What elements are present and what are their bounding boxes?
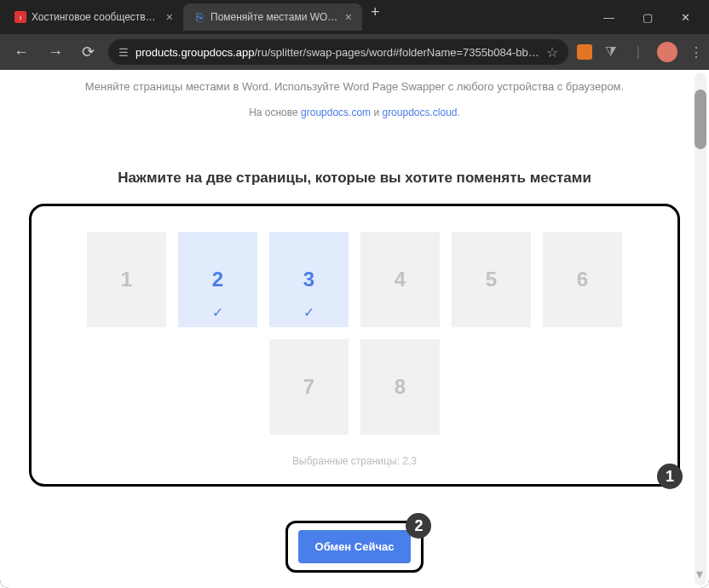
- page-thumb-5[interactable]: 5: [452, 232, 531, 327]
- address-bar[interactable]: ☰ products.groupdocs.app/ru/splitter/swa…: [108, 39, 568, 65]
- minimize-button[interactable]: —: [590, 4, 628, 30]
- page-number: 3: [303, 268, 314, 291]
- forward-button[interactable]: →: [43, 40, 68, 65]
- page-thumb-4[interactable]: 4: [360, 232, 440, 327]
- back-button[interactable]: ←: [9, 40, 34, 65]
- favicon-icon: ›: [14, 11, 26, 23]
- metamask-icon[interactable]: [577, 44, 592, 60]
- extensions-icon[interactable]: ⧩: [602, 43, 620, 61]
- tab-title: Поменяйте местами WORD стр: [210, 11, 340, 23]
- check-icon: ✓: [303, 304, 314, 320]
- url-text: products.groupdocs.app/ru/splitter/swap-…: [135, 46, 539, 59]
- powered-by: На основе groupdocs.com и groupdocs.clou…: [12, 98, 697, 144]
- description-fragment: Меняйте страницы местами в Word. Использ…: [12, 78, 697, 98]
- new-tab-button[interactable]: +: [362, 3, 389, 31]
- page-number: 4: [395, 268, 406, 291]
- page-thumb-3[interactable]: 3✓: [269, 232, 349, 327]
- close-window-button[interactable]: ✕: [666, 4, 705, 30]
- tab-timeweb[interactable]: › Хостинговое сообщество «Tim ×: [4, 3, 183, 31]
- page-thumb-7[interactable]: 7: [269, 339, 349, 435]
- selected-pages-info: Выбранные страницы: 2,3: [49, 455, 660, 467]
- page-number: 6: [577, 268, 588, 291]
- page-thumb-2[interactable]: 2✓: [178, 232, 257, 327]
- page-heading: Нажмите на две страницы, которые вы хоти…: [29, 170, 680, 187]
- check-icon: ✓: [212, 304, 223, 320]
- link-groupdocs-cloud[interactable]: groupdocs.cloud: [382, 107, 457, 118]
- page-thumb-6[interactable]: 6: [543, 232, 622, 327]
- page-thumb-8[interactable]: 8: [360, 339, 440, 435]
- page-number: 7: [303, 375, 314, 399]
- favicon-icon: ⎘: [193, 11, 205, 23]
- annotation-badge-1: 1: [657, 464, 683, 489]
- scrollbar[interactable]: ▾: [695, 72, 706, 585]
- close-icon[interactable]: ×: [166, 10, 173, 24]
- swap-now-button[interactable]: Обмен Сейчас: [298, 530, 412, 563]
- page-number: 1: [121, 268, 132, 291]
- annotation-badge-2: 2: [406, 513, 431, 539]
- site-info-icon[interactable]: ☰: [118, 46, 129, 59]
- scroll-down-icon[interactable]: ▾: [696, 566, 703, 582]
- close-icon[interactable]: ×: [345, 10, 352, 24]
- scrollbar-thumb[interactable]: [695, 89, 706, 149]
- tab-title: Хостинговое сообщество «Tim: [32, 11, 161, 23]
- page-thumb-1[interactable]: 1: [87, 232, 166, 327]
- tab-groupdocs[interactable]: ⎘ Поменяйте местами WORD стр ×: [183, 3, 362, 31]
- page-number: 2: [212, 268, 223, 291]
- profile-avatar[interactable]: [657, 42, 677, 62]
- menu-icon[interactable]: ⋮: [688, 43, 705, 61]
- browser-tabs: › Хостинговое сообщество «Tim × ⎘ Поменя…: [4, 3, 590, 31]
- reload-button[interactable]: ⟳: [77, 39, 100, 65]
- page-number: 8: [395, 375, 406, 399]
- page-number: 5: [486, 268, 497, 291]
- link-groupdocs-com[interactable]: groupdocs.com: [301, 107, 371, 118]
- bookmark-icon[interactable]: ☆: [546, 44, 558, 61]
- divider: |: [630, 43, 647, 61]
- maximize-button[interactable]: ▢: [628, 4, 666, 30]
